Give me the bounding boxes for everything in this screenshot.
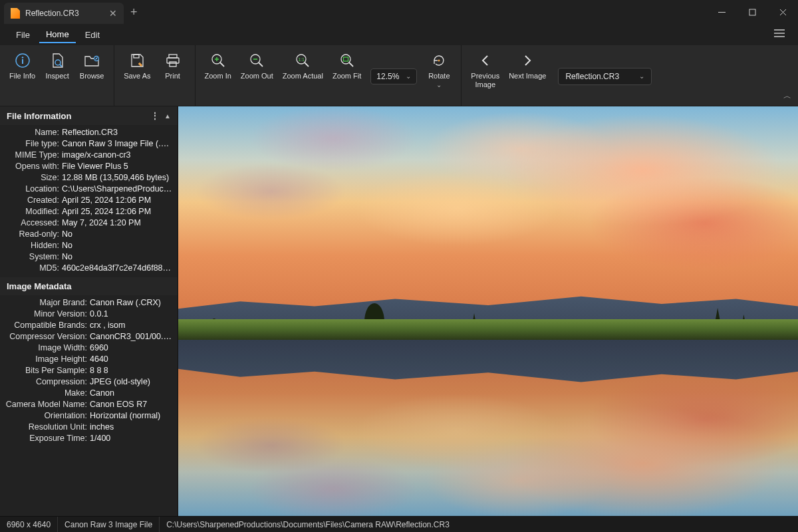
property-value: 8 8 8 <box>90 366 172 375</box>
zoom-level-dropdown[interactable]: 12.5% ⌄ <box>370 68 417 84</box>
property-key: Make: <box>5 388 90 398</box>
property-key: Compressor Version: <box>5 332 90 341</box>
more-options-icon[interactable]: ⋮ <box>150 110 160 121</box>
property-row: Modified:April 25, 2024 12:06 PM <box>5 205 172 217</box>
property-value: Canon Raw 3 Image File (.cr3) <box>62 139 172 148</box>
rotate-button[interactable]: Rotate⌄ <box>422 49 456 92</box>
svg-line-29 <box>349 63 353 66</box>
add-tab-button[interactable]: + <box>130 5 138 19</box>
property-key: Major Brand: <box>5 298 90 307</box>
property-key: MIME Type: <box>5 150 62 160</box>
property-row: Opens with:File Viewer Plus 5 <box>5 160 172 172</box>
zoom-actual-button[interactable]: 1:1 Zoom Actual <box>279 49 327 83</box>
property-key: System: <box>5 252 62 261</box>
status-dimensions: 6960 x 4640 <box>0 517 58 532</box>
chevron-right-icon <box>519 52 536 69</box>
maximize-button[interactable] <box>737 0 767 24</box>
svg-point-10 <box>55 60 61 65</box>
file-dropdown-value: Reflection.CR3 <box>565 72 619 81</box>
svg-point-28 <box>341 55 350 64</box>
sidebar: File Information ⋮ ▲ Name:Reflection.CR3… <box>0 106 178 516</box>
file-info-panel-header: File Information ⋮ ▲ <box>0 106 178 125</box>
property-value: No <box>62 229 172 239</box>
zoom-out-button[interactable]: Zoom Out <box>237 49 277 83</box>
property-key: Modified: <box>5 207 62 216</box>
property-key: Location: <box>5 184 62 194</box>
property-row: Accessed:May 7, 2024 1:20 PM <box>5 217 172 228</box>
image-viewer[interactable] <box>178 106 798 516</box>
menu-edit[interactable]: Edit <box>78 27 106 43</box>
zoom-level-value: 12.5% <box>376 72 399 81</box>
svg-rect-14 <box>134 55 139 58</box>
property-row: System:No <box>5 251 172 262</box>
chevron-down-icon: ⌄ <box>406 72 411 80</box>
svg-text:1:1: 1:1 <box>298 57 305 62</box>
rotate-icon <box>430 52 448 69</box>
property-value: May 7, 2024 1:20 PM <box>62 218 172 227</box>
property-value: inches <box>90 422 172 432</box>
collapse-panel-icon[interactable]: ▲ <box>164 112 171 120</box>
svg-line-23 <box>259 63 263 66</box>
chevron-left-icon <box>477 52 494 69</box>
property-row: MD5:460c2e84da3f7c2e74d6f88d... <box>5 262 172 273</box>
menu-home[interactable]: Home <box>39 27 76 43</box>
panel-title: Image Metadata <box>7 281 72 291</box>
property-value: Horizontal (normal) <box>90 411 172 420</box>
metadata-panel-header: Image Metadata <box>0 277 178 295</box>
svg-rect-16 <box>167 58 179 63</box>
property-row: Image Height:4640 <box>5 353 172 364</box>
print-button[interactable]: Print <box>156 49 190 83</box>
svg-line-19 <box>220 63 224 66</box>
property-value: No <box>62 252 172 261</box>
property-row: Minor Version:0.0.1 <box>5 308 172 319</box>
svg-line-26 <box>305 63 309 66</box>
property-value: Reflection.CR3 <box>62 128 172 137</box>
chevron-down-icon: ⌄ <box>639 72 644 80</box>
property-row: Hidden:No <box>5 239 172 251</box>
property-key: Size: <box>5 173 62 182</box>
property-value: 4640 <box>90 354 172 364</box>
svg-rect-1 <box>749 9 755 15</box>
svg-rect-9 <box>22 59 23 64</box>
collapse-ribbon-button[interactable]: ︿ <box>783 90 791 102</box>
svg-rect-30 <box>343 57 348 61</box>
property-value: CanonCR3_001/00.1... <box>90 332 172 341</box>
property-key: Image Height: <box>5 354 90 364</box>
previous-image-button[interactable]: Previous Image <box>467 49 503 92</box>
svg-point-31 <box>438 60 440 62</box>
property-row: Name:Reflection.CR3 <box>5 126 172 138</box>
inspect-button[interactable]: Inspect <box>41 49 74 83</box>
zoom-fit-button[interactable]: Zoom Fit <box>329 49 365 83</box>
property-row: File type:Canon Raw 3 Image File (.cr3) <box>5 138 172 149</box>
close-tab-icon[interactable]: ✕ <box>109 8 117 19</box>
property-row: Read-only:No <box>5 228 172 239</box>
status-bar: 6960 x 4640 Canon Raw 3 Image File C:\Us… <box>0 516 798 532</box>
property-value: Canon EOS R7 <box>90 400 172 409</box>
menu-file[interactable]: File <box>9 27 37 43</box>
photo-preview <box>178 106 798 516</box>
next-image-button[interactable]: Next Image <box>505 49 550 83</box>
browse-button[interactable]: Browse <box>75 49 108 83</box>
save-as-button[interactable]: Save As <box>120 49 154 83</box>
property-row: Camera Model Name:Canon EOS R7 <box>5 398 172 410</box>
property-value: C:\Users\SharpenedProduct... <box>62 184 172 194</box>
info-icon <box>14 52 31 69</box>
document-tab[interactable]: Reflection.CR3 ✕ <box>4 3 124 24</box>
close-window-button[interactable] <box>767 0 798 24</box>
svg-rect-15 <box>169 55 177 58</box>
file-dropdown[interactable]: Reflection.CR3 ⌄ <box>558 68 652 85</box>
hamburger-menu-icon[interactable] <box>770 25 789 45</box>
property-value: JPEG (old-style) <box>90 377 172 386</box>
ribbon-toolbar: File Info Inspect Browse Save As Print Z… <box>0 45 798 106</box>
property-row: Major Brand:Canon Raw (.CRX) <box>5 297 172 308</box>
property-key: Accessed: <box>5 218 62 227</box>
file-info-button[interactable]: File Info <box>5 49 39 83</box>
property-key: Compatible Brands: <box>5 321 90 330</box>
metadata-list: Major Brand:Canon Raw (.CRX)Minor Versio… <box>0 295 178 448</box>
zoom-in-button[interactable]: Zoom In <box>201 49 235 83</box>
minimize-button[interactable] <box>706 0 737 24</box>
property-key: Created: <box>5 196 62 205</box>
property-key: Hidden: <box>5 241 62 250</box>
property-row: Image Width:6960 <box>5 342 172 353</box>
property-value: image/x-canon-cr3 <box>62 150 172 160</box>
